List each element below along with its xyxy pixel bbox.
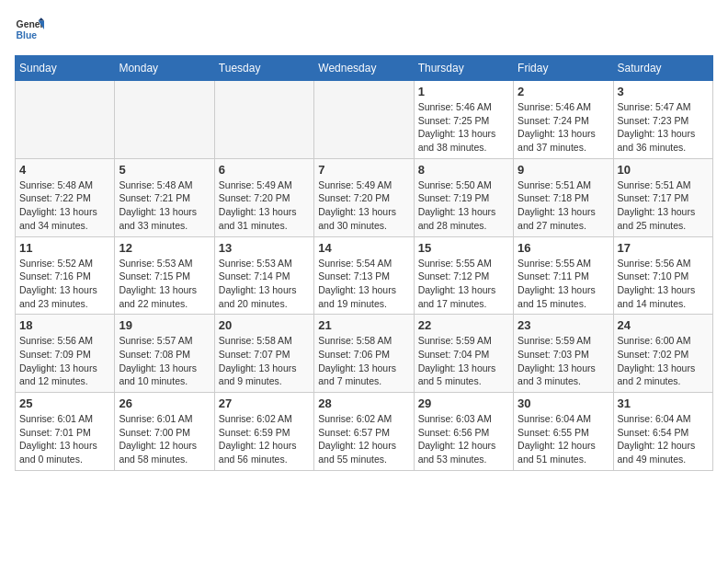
logo: General Blue bbox=[15, 15, 44, 44]
calendar-cell: 17Sunrise: 5:56 AM Sunset: 7:10 PM Dayli… bbox=[613, 236, 712, 315]
calendar-cell: 2Sunrise: 5:46 AM Sunset: 7:24 PM Daylig… bbox=[514, 81, 613, 159]
day-info: Sunrise: 5:50 AM Sunset: 7:19 PM Dayligh… bbox=[418, 178, 509, 233]
day-number: 27 bbox=[219, 396, 310, 410]
calendar-cell bbox=[16, 81, 115, 159]
svg-text:Blue: Blue bbox=[17, 30, 38, 40]
day-number: 1 bbox=[418, 85, 509, 98]
day-number: 6 bbox=[219, 163, 310, 177]
day-info: Sunrise: 5:54 AM Sunset: 7:13 PM Dayligh… bbox=[318, 257, 409, 311]
day-number: 23 bbox=[518, 318, 609, 332]
day-number: 19 bbox=[119, 318, 210, 332]
day-number: 12 bbox=[119, 241, 210, 255]
day-number: 18 bbox=[19, 318, 110, 332]
calendar-cell: 29Sunrise: 6:03 AM Sunset: 6:56 PM Dayli… bbox=[414, 393, 513, 471]
day-info: Sunrise: 5:58 AM Sunset: 7:06 PM Dayligh… bbox=[318, 334, 409, 388]
day-number: 14 bbox=[318, 241, 409, 255]
day-info: Sunrise: 5:51 AM Sunset: 7:18 PM Dayligh… bbox=[518, 178, 609, 233]
day-number: 2 bbox=[518, 85, 609, 98]
calendar-cell: 7Sunrise: 5:49 AM Sunset: 7:20 PM Daylig… bbox=[314, 158, 414, 236]
calendar-cell: 14Sunrise: 5:54 AM Sunset: 7:13 PM Dayli… bbox=[314, 236, 414, 315]
calendar-cell: 13Sunrise: 5:53 AM Sunset: 7:14 PM Dayli… bbox=[214, 236, 313, 315]
calendar-cell: 19Sunrise: 5:57 AM Sunset: 7:08 PM Dayli… bbox=[115, 315, 214, 393]
day-info: Sunrise: 5:52 AM Sunset: 7:16 PM Dayligh… bbox=[19, 257, 110, 311]
day-number: 16 bbox=[518, 241, 609, 255]
header: General Blue bbox=[15, 15, 713, 44]
day-number: 26 bbox=[119, 396, 210, 410]
calendar-cell: 26Sunrise: 6:01 AM Sunset: 7:00 PM Dayli… bbox=[115, 393, 214, 471]
day-number: 11 bbox=[19, 241, 110, 255]
calendar-cell bbox=[314, 81, 414, 159]
day-number: 31 bbox=[618, 396, 709, 410]
calendar-cell: 9Sunrise: 5:51 AM Sunset: 7:18 PM Daylig… bbox=[514, 158, 613, 236]
day-info: Sunrise: 5:51 AM Sunset: 7:17 PM Dayligh… bbox=[618, 178, 709, 233]
day-info: Sunrise: 5:49 AM Sunset: 7:20 PM Dayligh… bbox=[318, 178, 409, 233]
day-number: 30 bbox=[518, 396, 609, 410]
day-info: Sunrise: 6:01 AM Sunset: 7:01 PM Dayligh… bbox=[19, 412, 110, 466]
calendar-week-row: 4Sunrise: 5:48 AM Sunset: 7:22 PM Daylig… bbox=[16, 158, 713, 236]
day-info: Sunrise: 5:55 AM Sunset: 7:11 PM Dayligh… bbox=[518, 257, 609, 311]
calendar-cell: 4Sunrise: 5:48 AM Sunset: 7:22 PM Daylig… bbox=[16, 158, 115, 236]
day-number: 9 bbox=[518, 163, 609, 177]
calendar-cell: 30Sunrise: 6:04 AM Sunset: 6:55 PM Dayli… bbox=[514, 393, 613, 471]
day-info: Sunrise: 5:46 AM Sunset: 7:24 PM Dayligh… bbox=[518, 100, 609, 155]
day-info: Sunrise: 6:02 AM Sunset: 6:59 PM Dayligh… bbox=[219, 412, 310, 466]
header-sunday: Sunday bbox=[16, 56, 115, 81]
day-info: Sunrise: 5:46 AM Sunset: 7:25 PM Dayligh… bbox=[418, 100, 509, 155]
header-saturday: Saturday bbox=[613, 56, 712, 81]
day-info: Sunrise: 5:49 AM Sunset: 7:20 PM Dayligh… bbox=[219, 178, 310, 233]
calendar-cell: 22Sunrise: 5:59 AM Sunset: 7:04 PM Dayli… bbox=[414, 315, 513, 393]
calendar-header-row: SundayMondayTuesdayWednesdayThursdayFrid… bbox=[16, 56, 713, 81]
calendar-cell: 18Sunrise: 5:56 AM Sunset: 7:09 PM Dayli… bbox=[16, 315, 115, 393]
day-number: 22 bbox=[418, 318, 509, 332]
calendar-week-row: 1Sunrise: 5:46 AM Sunset: 7:25 PM Daylig… bbox=[16, 81, 713, 159]
calendar-cell: 20Sunrise: 5:58 AM Sunset: 7:07 PM Dayli… bbox=[214, 315, 313, 393]
day-info: Sunrise: 5:57 AM Sunset: 7:08 PM Dayligh… bbox=[119, 334, 210, 388]
calendar-week-row: 11Sunrise: 5:52 AM Sunset: 7:16 PM Dayli… bbox=[16, 236, 713, 315]
calendar-table: SundayMondayTuesdayWednesdayThursdayFrid… bbox=[15, 55, 713, 471]
day-info: Sunrise: 5:56 AM Sunset: 7:09 PM Dayligh… bbox=[19, 334, 110, 388]
calendar-cell: 8Sunrise: 5:50 AM Sunset: 7:19 PM Daylig… bbox=[414, 158, 513, 236]
header-wednesday: Wednesday bbox=[314, 56, 414, 81]
calendar-cell: 15Sunrise: 5:55 AM Sunset: 7:12 PM Dayli… bbox=[414, 236, 513, 315]
calendar-cell: 28Sunrise: 6:02 AM Sunset: 6:57 PM Dayli… bbox=[314, 393, 414, 471]
calendar-cell: 11Sunrise: 5:52 AM Sunset: 7:16 PM Dayli… bbox=[16, 236, 115, 315]
calendar-week-row: 18Sunrise: 5:56 AM Sunset: 7:09 PM Dayli… bbox=[16, 315, 713, 393]
day-number: 4 bbox=[19, 163, 110, 177]
calendar-cell: 5Sunrise: 5:48 AM Sunset: 7:21 PM Daylig… bbox=[115, 158, 214, 236]
day-info: Sunrise: 5:58 AM Sunset: 7:07 PM Dayligh… bbox=[219, 334, 310, 388]
calendar-cell: 31Sunrise: 6:04 AM Sunset: 6:54 PM Dayli… bbox=[613, 393, 712, 471]
header-thursday: Thursday bbox=[414, 56, 513, 81]
day-number: 29 bbox=[418, 396, 509, 410]
day-info: Sunrise: 5:55 AM Sunset: 7:12 PM Dayligh… bbox=[418, 257, 509, 311]
day-number: 25 bbox=[19, 396, 110, 410]
day-info: Sunrise: 5:53 AM Sunset: 7:14 PM Dayligh… bbox=[219, 257, 310, 311]
calendar-cell bbox=[115, 81, 214, 159]
day-number: 21 bbox=[318, 318, 409, 332]
calendar-cell: 12Sunrise: 5:53 AM Sunset: 7:15 PM Dayli… bbox=[115, 236, 214, 315]
day-info: Sunrise: 6:03 AM Sunset: 6:56 PM Dayligh… bbox=[418, 412, 509, 466]
day-info: Sunrise: 6:01 AM Sunset: 7:00 PM Dayligh… bbox=[119, 412, 210, 466]
calendar-cell: 10Sunrise: 5:51 AM Sunset: 7:17 PM Dayli… bbox=[613, 158, 712, 236]
day-info: Sunrise: 6:04 AM Sunset: 6:55 PM Dayligh… bbox=[518, 412, 609, 466]
day-number: 10 bbox=[618, 163, 709, 177]
header-tuesday: Tuesday bbox=[214, 56, 313, 81]
day-number: 8 bbox=[418, 163, 509, 177]
calendar-cell: 25Sunrise: 6:01 AM Sunset: 7:01 PM Dayli… bbox=[16, 393, 115, 471]
header-friday: Friday bbox=[514, 56, 613, 81]
calendar-cell: 23Sunrise: 5:59 AM Sunset: 7:03 PM Dayli… bbox=[514, 315, 613, 393]
day-number: 20 bbox=[219, 318, 310, 332]
day-number: 7 bbox=[318, 163, 409, 177]
day-number: 24 bbox=[618, 318, 709, 332]
calendar-cell: 21Sunrise: 5:58 AM Sunset: 7:06 PM Dayli… bbox=[314, 315, 414, 393]
day-info: Sunrise: 5:53 AM Sunset: 7:15 PM Dayligh… bbox=[119, 257, 210, 311]
day-info: Sunrise: 5:48 AM Sunset: 7:21 PM Dayligh… bbox=[119, 178, 210, 233]
day-number: 13 bbox=[219, 241, 310, 255]
day-number: 5 bbox=[119, 163, 210, 177]
calendar-cell: 3Sunrise: 5:47 AM Sunset: 7:23 PM Daylig… bbox=[613, 81, 712, 159]
day-number: 28 bbox=[318, 396, 409, 410]
calendar-cell bbox=[214, 81, 313, 159]
day-info: Sunrise: 5:59 AM Sunset: 7:04 PM Dayligh… bbox=[418, 334, 509, 388]
calendar-cell: 16Sunrise: 5:55 AM Sunset: 7:11 PM Dayli… bbox=[514, 236, 613, 315]
day-info: Sunrise: 5:56 AM Sunset: 7:10 PM Dayligh… bbox=[618, 257, 709, 311]
calendar-cell: 1Sunrise: 5:46 AM Sunset: 7:25 PM Daylig… bbox=[414, 81, 513, 159]
